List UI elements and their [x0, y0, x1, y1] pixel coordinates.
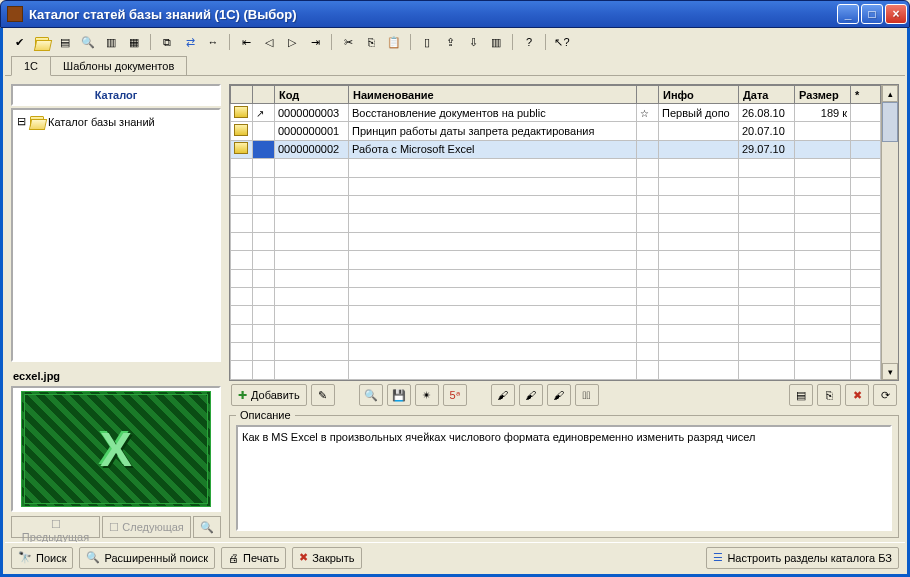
next-image-button[interactable]: ☐ Следующая — [102, 516, 191, 538]
col-marker2[interactable] — [637, 86, 659, 104]
table-row-empty — [231, 159, 881, 177]
preview-pane: X — [11, 386, 221, 512]
articles-grid[interactable]: Код Наименование Инфо Дата Размер * 0000… — [230, 85, 881, 380]
arrow-icon — [256, 107, 264, 119]
scroll-track[interactable] — [882, 102, 898, 363]
table-row[interactable]: 0000000001Принцип работы даты запрета ре… — [231, 122, 881, 140]
nopaint-button[interactable]: 🖌̸ — [575, 384, 599, 406]
cell-name: Восстановление документов на public — [349, 104, 637, 122]
paint1-button[interactable]: 🖌 — [491, 384, 515, 406]
table-row-empty — [231, 177, 881, 195]
maximize-button[interactable]: □ — [861, 4, 883, 24]
select-icon[interactable]: ✔ — [9, 32, 29, 52]
help-icon[interactable]: ? — [519, 32, 539, 52]
copy-struct-icon[interactable]: ⧉ — [157, 32, 177, 52]
pencil-icon: ✎ — [318, 389, 327, 402]
add-button[interactable]: ✚ Добавить — [231, 384, 307, 406]
minimize-button[interactable]: _ — [837, 4, 859, 24]
titlebar: Каталог статей базы знаний (1C) (Выбор) … — [0, 0, 910, 28]
col-star[interactable]: * — [851, 86, 881, 104]
refresh-button[interactable]: ⟳ — [873, 384, 897, 406]
delete-button[interactable]: ✖ — [845, 384, 869, 406]
prev-image-button[interactable]: ☐ Предыдущая — [11, 516, 100, 538]
hierarchy-icon[interactable]: ⇄ — [180, 32, 200, 52]
grid-icon[interactable]: ▦ — [124, 32, 144, 52]
first-icon[interactable]: ⇤ — [236, 32, 256, 52]
close-button[interactable]: ✖ Закрыть — [292, 547, 361, 569]
copy-icon: ⎘ — [826, 389, 833, 401]
cell-date: 20.07.10 — [739, 122, 795, 140]
cut-icon[interactable]: ✂ — [338, 32, 358, 52]
tab-1c[interactable]: 1C — [11, 56, 51, 76]
cell-star — [851, 122, 881, 140]
col-code[interactable]: Код — [275, 86, 349, 104]
zoom-button[interactable]: 🔍 — [359, 384, 383, 406]
whatsthis-icon[interactable]: ↖? — [552, 32, 572, 52]
find-icon[interactable]: 🔍 — [78, 32, 98, 52]
magnifier-icon: 🔍 — [86, 551, 100, 564]
col-info[interactable]: Инфо — [659, 86, 739, 104]
table-row-empty — [231, 195, 881, 213]
table-row[interactable]: 0000000003Восстановление документов на p… — [231, 104, 881, 122]
move-icon[interactable]: ↔ — [203, 32, 223, 52]
print-button[interactable]: 🖨 Печать — [221, 547, 286, 569]
cell-size: 189 к — [795, 104, 851, 122]
description-text[interactable]: Как в MS Excel в произвольных ячейках чи… — [236, 425, 892, 531]
paint2-button[interactable]: 🖌 — [519, 384, 543, 406]
star-button[interactable]: ✴ — [415, 384, 439, 406]
cell-name: Работа с Microsoft Excel — [349, 140, 637, 158]
report-button[interactable]: ▤ — [789, 384, 813, 406]
folder-open-icon[interactable] — [32, 32, 52, 52]
new-doc-icon[interactable]: ▤ — [55, 32, 75, 52]
tab-strip: 1C Шаблоны документов — [5, 54, 905, 76]
clipboard-icon[interactable]: ▥ — [486, 32, 506, 52]
format-button[interactable]: 5ᵃ — [443, 384, 467, 406]
last-icon[interactable]: ⇥ — [305, 32, 325, 52]
close-window-button[interactable]: × — [885, 4, 907, 24]
table-row-empty — [231, 361, 881, 380]
grid-header-row: Код Наименование Инфо Дата Размер * — [231, 86, 881, 104]
magnifier-icon: 🔍 — [364, 389, 378, 402]
col-marker[interactable] — [253, 86, 275, 104]
close-x-icon: ✖ — [299, 551, 308, 564]
advanced-search-button[interactable]: 🔍 Расширенный поиск — [79, 547, 215, 569]
catalog-tree[interactable]: ⊟ Каталог базы знаний — [11, 108, 221, 362]
scroll-down-icon[interactable]: ▾ — [882, 363, 898, 380]
table-row-empty — [231, 306, 881, 324]
grid-scrollbar[interactable]: ▴ ▾ — [881, 85, 898, 380]
printer-icon: 🖨 — [228, 552, 239, 564]
table-row[interactable]: 0000000002Работа с Microsoft Excel29.07.… — [231, 140, 881, 158]
import-icon[interactable]: ⇩ — [463, 32, 483, 52]
export-icon[interactable]: ⇪ — [440, 32, 460, 52]
scroll-thumb[interactable] — [882, 102, 898, 142]
zoom-image-button[interactable]: 🔍 — [193, 516, 221, 538]
col-icon[interactable] — [231, 86, 253, 104]
bottom-toolbar: 🔭 Поиск 🔍 Расширенный поиск 🖨 Печать ✖ З… — [5, 542, 905, 572]
separator — [545, 34, 546, 50]
scroll-up-icon[interactable]: ▴ — [882, 85, 898, 102]
app-icon — [7, 6, 23, 22]
plus-icon: ✚ — [238, 389, 247, 402]
save-button[interactable]: 💾 — [387, 384, 411, 406]
form-icon[interactable]: ▥ — [101, 32, 121, 52]
tree-root-item[interactable]: ⊟ Каталог базы знаний — [17, 114, 215, 129]
configure-sections-button[interactable]: ☰ Настроить разделы каталога БЗ — [706, 547, 899, 569]
brush3-icon: 🖌 — [553, 389, 564, 401]
paste-icon[interactable]: 📋 — [384, 32, 404, 52]
search-button[interactable]: 🔭 Поиск — [11, 547, 73, 569]
paint3-button[interactable]: 🖌 — [547, 384, 571, 406]
cell-info — [659, 122, 739, 140]
copy-icon[interactable]: ⎘ — [361, 32, 381, 52]
print-label: Печать — [243, 552, 279, 564]
tab-templates[interactable]: Шаблоны документов — [50, 56, 187, 75]
doc1-icon[interactable]: ▯ — [417, 32, 437, 52]
col-size[interactable]: Размер — [795, 86, 851, 104]
next-page-icon[interactable]: ▷ — [282, 32, 302, 52]
adv-search-label: Расширенный поиск — [104, 552, 208, 564]
cell-date: 29.07.10 — [739, 140, 795, 158]
col-date[interactable]: Дата — [739, 86, 795, 104]
prev-page-icon[interactable]: ◁ — [259, 32, 279, 52]
copy-row-button[interactable]: ⎘ — [817, 384, 841, 406]
edit-button[interactable]: ✎ — [311, 384, 335, 406]
col-name[interactable]: Наименование — [349, 86, 637, 104]
